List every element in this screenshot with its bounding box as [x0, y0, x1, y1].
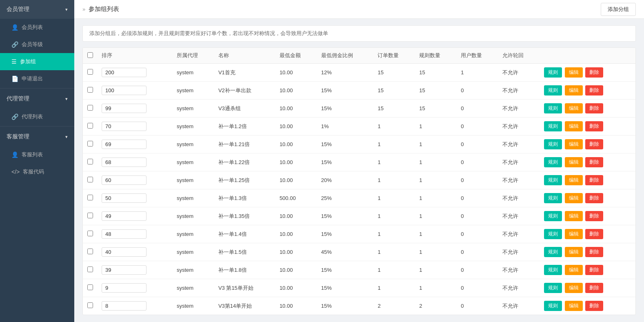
edit-button-10[interactable]: 编辑: [565, 247, 583, 257]
row-order: [98, 225, 173, 243]
order-input-4[interactable]: [102, 140, 147, 149]
rule-button-1[interactable]: 规则: [544, 85, 562, 95]
delete-button-11[interactable]: 删除: [585, 265, 603, 275]
add-group-button[interactable]: 添加分组: [601, 3, 636, 16]
row-order-count: 15: [373, 64, 415, 82]
edit-button-6[interactable]: 编辑: [565, 175, 583, 185]
edit-button-0[interactable]: 编辑: [565, 67, 583, 78]
sidebar-item-member-list[interactable]: 👤 会员列表: [0, 19, 74, 36]
row-min-amount: 10.00: [275, 100, 317, 118]
rule-button-9[interactable]: 规则: [544, 229, 562, 239]
header-checkbox-cell: [83, 48, 98, 64]
delete-button-9[interactable]: 删除: [585, 229, 603, 239]
sidebar-item-cs-code[interactable]: </> 客服代码: [0, 163, 74, 180]
row-checkbox-6[interactable]: [87, 177, 93, 182]
row-order: [98, 243, 173, 261]
rule-button-4[interactable]: 规则: [544, 139, 562, 149]
delete-button-5[interactable]: 删除: [585, 157, 603, 167]
delete-button-3[interactable]: 删除: [585, 121, 603, 131]
delete-button-7[interactable]: 删除: [585, 193, 603, 203]
rule-button-3[interactable]: 规则: [544, 121, 562, 131]
rule-button-12[interactable]: 规则: [544, 283, 562, 293]
row-checkbox-12[interactable]: [87, 284, 93, 290]
order-input-2[interactable]: [102, 104, 147, 113]
order-input-9[interactable]: [102, 229, 147, 239]
order-input-8[interactable]: [102, 211, 147, 221]
order-input-0[interactable]: [102, 68, 147, 77]
rule-button-13[interactable]: 规则: [544, 301, 562, 311]
select-all-checkbox[interactable]: [87, 52, 93, 58]
delete-button-6[interactable]: 删除: [585, 175, 603, 185]
edit-button-3[interactable]: 编辑: [565, 121, 583, 131]
row-checkbox-11[interactable]: [87, 266, 93, 272]
rule-button-2[interactable]: 规则: [544, 103, 562, 113]
order-input-11[interactable]: [102, 265, 147, 275]
delete-button-10[interactable]: 删除: [585, 247, 603, 257]
sidebar-item-group[interactable]: ☰ 参加组: [0, 53, 74, 70]
rule-button-5[interactable]: 规则: [544, 157, 562, 167]
row-min-rate: 45%: [317, 243, 374, 261]
order-input-13[interactable]: [102, 301, 147, 311]
delete-button-12[interactable]: 删除: [585, 283, 603, 293]
order-input-6[interactable]: [102, 175, 147, 185]
row-order-count: 1: [373, 207, 415, 225]
row-checkbox-5[interactable]: [87, 159, 93, 164]
edit-button-7[interactable]: 编辑: [565, 193, 583, 203]
row-checkbox-10[interactable]: [87, 249, 93, 254]
edit-button-12[interactable]: 编辑: [565, 283, 583, 293]
edit-button-13[interactable]: 编辑: [565, 301, 583, 311]
order-input-1[interactable]: [102, 86, 147, 95]
edit-button-5[interactable]: 编辑: [565, 157, 583, 167]
delete-button-0[interactable]: 删除: [585, 67, 603, 78]
row-order: [98, 100, 173, 118]
edit-button-4[interactable]: 编辑: [565, 139, 583, 149]
row-checkbox-0[interactable]: [87, 69, 93, 75]
delete-button-8[interactable]: 删除: [585, 211, 603, 221]
row-checkbox-2[interactable]: [87, 105, 93, 111]
edit-button-9[interactable]: 编辑: [565, 229, 583, 239]
order-input-5[interactable]: [102, 158, 147, 167]
order-input-7[interactable]: [102, 193, 147, 203]
rule-button-10[interactable]: 规则: [544, 247, 562, 257]
delete-button-1[interactable]: 删除: [585, 85, 603, 95]
order-input-10[interactable]: [102, 247, 147, 257]
delete-button-4[interactable]: 删除: [585, 139, 603, 149]
edit-button-11[interactable]: 编辑: [565, 265, 583, 275]
sidebar-item-member-level[interactable]: 🔗 会员等级: [0, 36, 74, 53]
sidebar-group-agent[interactable]: 代理管理 ▾: [0, 89, 74, 108]
row-order: [98, 153, 173, 171]
edit-button-1[interactable]: 编辑: [565, 85, 583, 95]
row-order: [98, 135, 173, 153]
rule-button-11[interactable]: 规则: [544, 265, 562, 275]
edit-button-2[interactable]: 编辑: [565, 103, 583, 113]
edit-button-8[interactable]: 编辑: [565, 211, 583, 221]
order-input-3[interactable]: [102, 122, 147, 131]
row-rule-count: 1: [415, 135, 457, 153]
row-checkbox-1[interactable]: [87, 87, 93, 93]
delete-button-2[interactable]: 删除: [585, 103, 603, 113]
sidebar-group-cs[interactable]: 客服管理 ▾: [0, 127, 74, 146]
row-checkbox-13[interactable]: [87, 302, 93, 308]
rule-button-8[interactable]: 规则: [544, 211, 562, 221]
row-min-rate: 20%: [317, 171, 374, 189]
sidebar-group-member[interactable]: 会员管理 ▾: [0, 0, 74, 19]
row-rule-count: 1: [415, 261, 457, 279]
sidebar-item-agent-list[interactable]: 🔗 代理列表: [0, 108, 74, 125]
row-checkbox-8[interactable]: [87, 213, 93, 218]
breadcrumb: » 参加组列表: [82, 5, 119, 13]
row-checkbox-3[interactable]: [87, 123, 93, 129]
rule-button-0[interactable]: 规则: [544, 67, 562, 78]
rule-button-6[interactable]: 规则: [544, 175, 562, 185]
order-input-12[interactable]: [102, 283, 147, 293]
sidebar-item-cs-list[interactable]: 👤 客服列表: [0, 146, 74, 163]
rule-button-7[interactable]: 规则: [544, 193, 562, 203]
row-rule-count: 15: [415, 64, 457, 82]
list-icon: ☰: [11, 58, 17, 65]
row-checkbox-4[interactable]: [87, 141, 93, 147]
row-checkbox-7[interactable]: [87, 195, 93, 200]
row-checkbox-cell: [83, 100, 98, 118]
link-icon: 🔗: [11, 41, 18, 48]
sidebar-item-apply-exit[interactable]: 📄 申请退出: [0, 70, 74, 87]
row-checkbox-9[interactable]: [87, 231, 93, 236]
delete-button-13[interactable]: 删除: [585, 301, 603, 311]
